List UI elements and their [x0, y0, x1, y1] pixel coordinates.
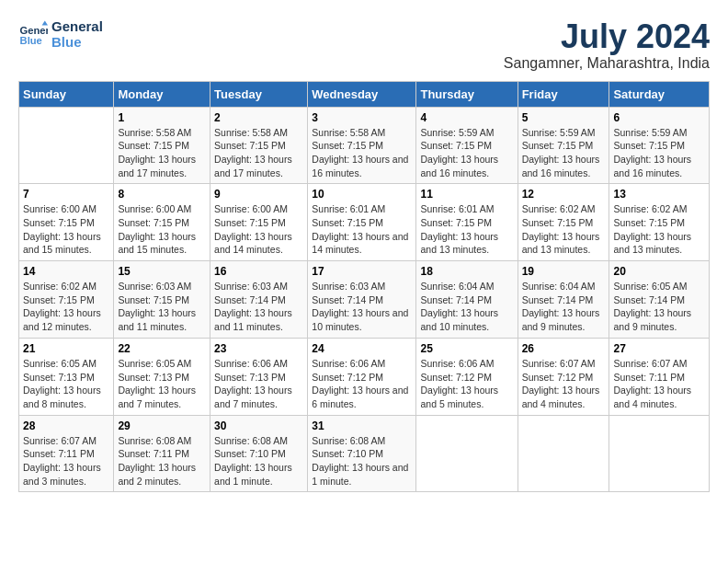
- calendar-cell: 28Sunrise: 6:07 AM Sunset: 7:11 PM Dayli…: [19, 415, 114, 492]
- header-row: SundayMondayTuesdayWednesdayThursdayFrid…: [19, 81, 710, 107]
- day-number: 13: [613, 188, 705, 201]
- calendar-cell: 25Sunrise: 6:06 AM Sunset: 7:12 PM Dayli…: [416, 338, 518, 415]
- day-info: Sunrise: 6:06 AM Sunset: 7:12 PM Dayligh…: [312, 357, 412, 411]
- calendar-cell: 6Sunrise: 5:59 AM Sunset: 7:15 PM Daylig…: [609, 107, 710, 184]
- col-header-wednesday: Wednesday: [308, 81, 416, 107]
- week-row-4: 21Sunrise: 6:05 AM Sunset: 7:13 PM Dayli…: [19, 338, 710, 415]
- day-info: Sunrise: 6:04 AM Sunset: 7:14 PM Dayligh…: [420, 280, 513, 334]
- day-info: Sunrise: 6:02 AM Sunset: 7:15 PM Dayligh…: [613, 202, 705, 257]
- calendar-cell: 7Sunrise: 6:00 AM Sunset: 7:15 PM Daylig…: [19, 184, 114, 261]
- calendar-cell: 12Sunrise: 6:02 AM Sunset: 7:15 PM Dayli…: [518, 184, 609, 261]
- day-info: Sunrise: 6:00 AM Sunset: 7:15 PM Dayligh…: [23, 202, 109, 257]
- calendar-cell: 10Sunrise: 6:01 AM Sunset: 7:15 PM Dayli…: [308, 184, 416, 261]
- day-number: 28: [23, 419, 109, 432]
- day-number: 30: [214, 419, 303, 432]
- calendar-cell: 31Sunrise: 6:08 AM Sunset: 7:10 PM Dayli…: [308, 415, 416, 492]
- day-info: Sunrise: 5:59 AM Sunset: 7:15 PM Dayligh…: [420, 126, 513, 180]
- day-info: Sunrise: 6:01 AM Sunset: 7:15 PM Dayligh…: [420, 202, 513, 257]
- calendar-cell: 11Sunrise: 6:01 AM Sunset: 7:15 PM Dayli…: [416, 184, 518, 261]
- day-info: Sunrise: 6:04 AM Sunset: 7:14 PM Dayligh…: [522, 280, 606, 334]
- day-info: Sunrise: 6:03 AM Sunset: 7:15 PM Dayligh…: [118, 280, 206, 334]
- day-info: Sunrise: 6:02 AM Sunset: 7:15 PM Dayligh…: [23, 280, 109, 334]
- day-number: 19: [522, 265, 606, 278]
- calendar-cell: 24Sunrise: 6:06 AM Sunset: 7:12 PM Dayli…: [308, 338, 416, 415]
- day-number: 20: [613, 265, 705, 278]
- logo-icon: General Blue: [18, 19, 48, 49]
- calendar-cell: 1Sunrise: 5:58 AM Sunset: 7:15 PM Daylig…: [114, 107, 210, 184]
- calendar-cell: 5Sunrise: 5:59 AM Sunset: 7:15 PM Daylig…: [518, 107, 609, 184]
- day-number: 11: [420, 188, 513, 201]
- calendar-cell: 30Sunrise: 6:08 AM Sunset: 7:10 PM Dayli…: [210, 415, 308, 492]
- calendar-cell: 16Sunrise: 6:03 AM Sunset: 7:14 PM Dayli…: [210, 261, 308, 339]
- day-info: Sunrise: 6:00 AM Sunset: 7:15 PM Dayligh…: [214, 202, 303, 257]
- day-info: Sunrise: 6:06 AM Sunset: 7:12 PM Dayligh…: [420, 357, 513, 411]
- day-info: Sunrise: 6:05 AM Sunset: 7:13 PM Dayligh…: [118, 357, 206, 411]
- calendar-cell: 14Sunrise: 6:02 AM Sunset: 7:15 PM Dayli…: [19, 261, 114, 339]
- day-number: 24: [312, 342, 412, 355]
- calendar-cell: 3Sunrise: 5:58 AM Sunset: 7:15 PM Daylig…: [308, 107, 416, 184]
- day-number: 29: [118, 419, 206, 432]
- subtitle: Sangamner, Maharashtra, India: [504, 55, 710, 72]
- day-info: Sunrise: 6:08 AM Sunset: 7:11 PM Dayligh…: [118, 434, 206, 488]
- main-title: July 2024: [504, 18, 710, 55]
- week-row-3: 14Sunrise: 6:02 AM Sunset: 7:15 PM Dayli…: [19, 261, 710, 339]
- logo: General Blue General Blue: [18, 18, 103, 50]
- day-info: Sunrise: 6:07 AM Sunset: 7:12 PM Dayligh…: [522, 357, 606, 411]
- col-header-saturday: Saturday: [609, 81, 710, 107]
- day-info: Sunrise: 5:59 AM Sunset: 7:15 PM Dayligh…: [613, 126, 705, 180]
- calendar-cell: 29Sunrise: 6:08 AM Sunset: 7:11 PM Dayli…: [114, 415, 210, 492]
- day-number: 23: [214, 342, 303, 355]
- page-header: General Blue General Blue July 2024 Sang…: [18, 18, 710, 72]
- calendar-cell: 22Sunrise: 6:05 AM Sunset: 7:13 PM Dayli…: [114, 338, 210, 415]
- calendar-cell: 19Sunrise: 6:04 AM Sunset: 7:14 PM Dayli…: [518, 261, 609, 339]
- day-number: 21: [23, 342, 109, 355]
- calendar-cell: 23Sunrise: 6:06 AM Sunset: 7:13 PM Dayli…: [210, 338, 308, 415]
- day-info: Sunrise: 5:58 AM Sunset: 7:15 PM Dayligh…: [312, 126, 412, 180]
- week-row-5: 28Sunrise: 6:07 AM Sunset: 7:11 PM Dayli…: [19, 415, 710, 492]
- title-block: July 2024 Sangamner, Maharashtra, India: [504, 18, 710, 72]
- calendar-cell: [416, 415, 518, 492]
- day-number: 16: [214, 265, 303, 278]
- day-info: Sunrise: 6:00 AM Sunset: 7:15 PM Dayligh…: [118, 202, 206, 257]
- day-number: 2: [214, 111, 303, 124]
- col-header-sunday: Sunday: [19, 81, 114, 107]
- col-header-tuesday: Tuesday: [210, 81, 308, 107]
- calendar-cell: 27Sunrise: 6:07 AM Sunset: 7:11 PM Dayli…: [609, 338, 710, 415]
- day-number: 18: [420, 265, 513, 278]
- day-number: 6: [613, 111, 705, 124]
- logo-line1: General: [51, 18, 103, 34]
- day-number: 10: [312, 188, 412, 201]
- day-info: Sunrise: 5:58 AM Sunset: 7:15 PM Dayligh…: [118, 126, 206, 180]
- col-header-monday: Monday: [114, 81, 210, 107]
- day-number: 27: [613, 342, 705, 355]
- col-header-thursday: Thursday: [416, 81, 518, 107]
- week-row-2: 7Sunrise: 6:00 AM Sunset: 7:15 PM Daylig…: [19, 184, 710, 261]
- day-number: 7: [23, 188, 109, 201]
- day-number: 5: [522, 111, 606, 124]
- calendar-cell: 13Sunrise: 6:02 AM Sunset: 7:15 PM Dayli…: [609, 184, 710, 261]
- calendar-cell: 9Sunrise: 6:00 AM Sunset: 7:15 PM Daylig…: [210, 184, 308, 261]
- day-info: Sunrise: 6:05 AM Sunset: 7:14 PM Dayligh…: [613, 280, 705, 334]
- day-info: Sunrise: 6:05 AM Sunset: 7:13 PM Dayligh…: [23, 357, 109, 411]
- day-info: Sunrise: 6:07 AM Sunset: 7:11 PM Dayligh…: [23, 434, 109, 488]
- day-number: 25: [420, 342, 513, 355]
- day-number: 22: [118, 342, 206, 355]
- day-number: 26: [522, 342, 606, 355]
- day-number: 14: [23, 265, 109, 278]
- day-info: Sunrise: 5:58 AM Sunset: 7:15 PM Dayligh…: [214, 126, 303, 180]
- day-info: Sunrise: 5:59 AM Sunset: 7:15 PM Dayligh…: [522, 126, 606, 180]
- calendar-cell: [609, 415, 710, 492]
- day-number: 4: [420, 111, 513, 124]
- day-number: 9: [214, 188, 303, 201]
- logo-line2: Blue: [51, 34, 103, 50]
- day-info: Sunrise: 6:02 AM Sunset: 7:15 PM Dayligh…: [522, 202, 606, 257]
- col-header-friday: Friday: [518, 81, 609, 107]
- day-number: 1: [118, 111, 206, 124]
- calendar-cell: 8Sunrise: 6:00 AM Sunset: 7:15 PM Daylig…: [114, 184, 210, 261]
- svg-marker-2: [42, 21, 48, 26]
- day-info: Sunrise: 6:08 AM Sunset: 7:10 PM Dayligh…: [214, 434, 303, 488]
- day-info: Sunrise: 6:03 AM Sunset: 7:14 PM Dayligh…: [214, 280, 303, 334]
- calendar-table: SundayMondayTuesdayWednesdayThursdayFrid…: [18, 81, 710, 493]
- day-info: Sunrise: 6:06 AM Sunset: 7:13 PM Dayligh…: [214, 357, 303, 411]
- calendar-cell: 18Sunrise: 6:04 AM Sunset: 7:14 PM Dayli…: [416, 261, 518, 339]
